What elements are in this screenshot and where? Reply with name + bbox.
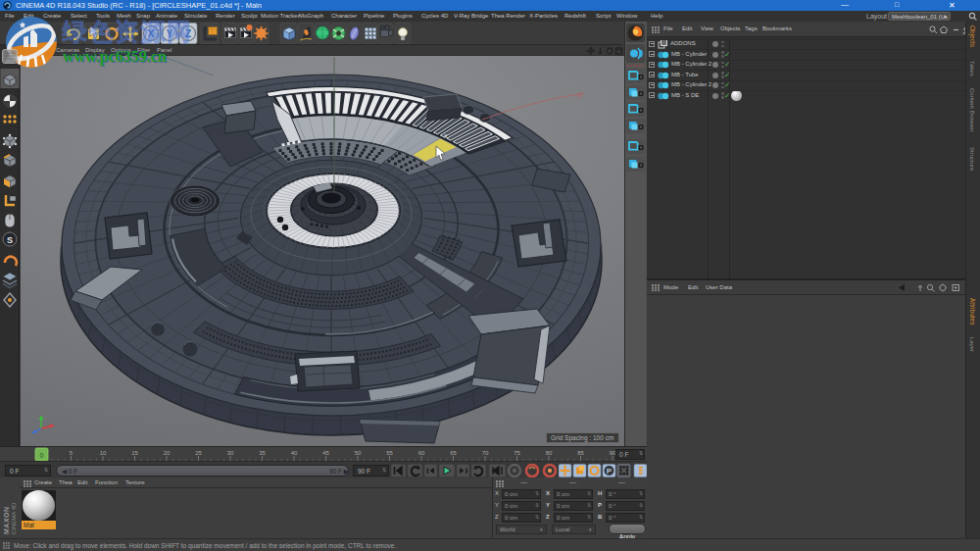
- svg-text:85: 85: [577, 450, 584, 456]
- svg-text:S: S: [7, 235, 13, 245]
- svg-text:60: 60: [418, 450, 425, 456]
- svg-text:20: 20: [164, 450, 171, 456]
- svg-text:15: 15: [131, 450, 138, 456]
- svg-text:75: 75: [514, 450, 520, 456]
- svg-text:80: 80: [546, 450, 553, 456]
- svg-text:0: 0: [40, 452, 44, 459]
- svg-text:50: 50: [355, 450, 362, 456]
- svg-text:40: 40: [291, 450, 298, 456]
- svg-text:10: 10: [100, 450, 107, 456]
- svg-text:55: 55: [386, 450, 393, 456]
- svg-text:35: 35: [259, 450, 266, 456]
- svg-text:65: 65: [450, 450, 457, 456]
- svg-text:P: P: [607, 467, 612, 476]
- svg-text:25: 25: [195, 450, 202, 456]
- svg-text:30: 30: [227, 450, 234, 456]
- svg-text:5: 5: [70, 450, 74, 456]
- svg-text:x: x: [444, 132, 448, 139]
- svg-text:45: 45: [322, 450, 329, 456]
- svg-text:70: 70: [482, 450, 489, 456]
